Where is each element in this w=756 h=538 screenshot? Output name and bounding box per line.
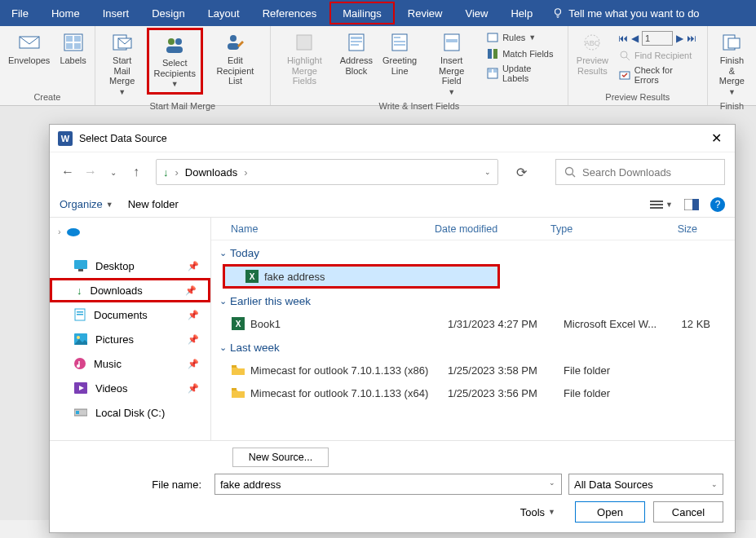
rules-button[interactable]: Rules ▼ <box>486 31 559 44</box>
search-input[interactable]: Search Downloads <box>555 159 725 185</box>
svg-rect-18 <box>351 44 359 46</box>
file-size: 12 KB <box>661 318 710 330</box>
col-name[interactable]: Name <box>231 223 435 235</box>
sidebar-pictures-label: Pictures <box>95 333 134 346</box>
recent-locations-dropdown[interactable]: ⌄ <box>105 164 122 180</box>
sidebar-music-label: Music <box>94 358 122 370</box>
greeting-line-button[interactable]: Greeting Line <box>378 28 422 79</box>
tab-mailings[interactable]: Mailings <box>329 2 395 24</box>
group-today[interactable]: ⌄Today <box>211 240 735 264</box>
sidebar-item-downloads[interactable]: ↓ Downloads 📌 <box>50 278 210 302</box>
group-writeins-label: Write & Insert Fields <box>274 99 564 114</box>
help-button[interactable]: ? <box>710 197 725 212</box>
svg-rect-60 <box>232 365 237 368</box>
organize-dropdown[interactable]: Organize ▼ <box>60 198 113 210</box>
menu-bar: File Home Insert Design Layout Reference… <box>0 0 756 26</box>
update-labels-button[interactable]: Update Labels <box>486 64 559 83</box>
tools-dropdown[interactable]: Tools ▼ <box>520 506 555 518</box>
file-filter-label: All Data Sources <box>574 478 653 491</box>
sidebar-videos-label: Videos <box>95 382 128 395</box>
ribbon-group-start-mail-merge: Start Mail Merge ▼ Select Recipients ▼ E… <box>95 26 271 105</box>
check-for-errors-button[interactable]: Check for Errors <box>618 65 699 85</box>
group-earlier-week[interactable]: ⌄Earlier this week <box>211 289 735 312</box>
match-fields-button[interactable]: Match Fields <box>486 47 559 60</box>
sidebar-item-desktop[interactable]: Desktop 📌 <box>50 254 210 278</box>
envelopes-button[interactable]: Envelopes <box>3 28 55 69</box>
filename-input[interactable] <box>214 474 562 495</box>
tab-review[interactable]: Review <box>396 0 454 26</box>
tab-layout[interactable]: Layout <box>197 0 251 26</box>
svg-point-12 <box>230 35 237 42</box>
col-size[interactable]: Size <box>648 223 697 235</box>
start-mail-merge-button[interactable]: Start Mail Merge ▼ <box>99 28 146 99</box>
breadcrumb-bar[interactable]: ↓ › Downloads › ⌄ <box>156 159 498 185</box>
sidebar-item-pictures[interactable]: Pictures 📌 <box>50 327 210 351</box>
ribbon-group-write-insert: Highlight Merge Fields Address Block Gre… <box>271 26 568 105</box>
first-record-icon[interactable]: ⏮ <box>618 33 628 44</box>
chevron-down-icon[interactable]: ⌄ <box>549 478 555 487</box>
sidebar-item-localdisk[interactable]: Local Disk (C:) <box>50 400 210 425</box>
finish-merge-button[interactable]: Finish & Merge ▼ <box>711 28 753 99</box>
file-book1[interactable]: X Book1 1/31/2023 4:27 PM Microsoft Exce… <box>211 312 735 335</box>
file-mimecast-x64[interactable]: Mimecast for outlook 7.10.1.133 (x64) 1/… <box>211 381 735 404</box>
sidebar-quickaccess[interactable]: › <box>50 221 210 242</box>
select-recipients-label: Select Recipients <box>154 58 196 78</box>
select-recipients-button[interactable]: Select Recipients ▼ <box>147 28 203 95</box>
up-button[interactable]: ↑ <box>128 164 144 180</box>
svg-point-50 <box>77 336 80 339</box>
cancel-button[interactable]: Cancel <box>653 501 723 523</box>
col-type[interactable]: Type <box>550 223 648 235</box>
tab-help[interactable]: Help <box>499 0 544 26</box>
address-block-button[interactable]: Address Block <box>335 28 378 79</box>
tab-references[interactable]: References <box>251 0 328 26</box>
search-placeholder: Search Downloads <box>582 166 671 179</box>
check-errors-label: Check for Errors <box>634 65 699 85</box>
file-fake-address[interactable]: X fake address <box>223 264 500 289</box>
sidebar-item-music[interactable]: Music 📌 <box>50 351 210 376</box>
insert-merge-field-button[interactable]: Insert Merge Field ▼ <box>422 28 481 99</box>
address-block-label: Address Block <box>340 55 373 76</box>
tab-home[interactable]: Home <box>40 0 91 26</box>
start-mail-merge-label: Start Mail Merge <box>104 55 141 86</box>
last-record-icon[interactable]: ⏭ <box>687 33 696 44</box>
group-last-week[interactable]: ⌄Last week <box>211 335 735 359</box>
group-earlier-week-label: Earlier this week <box>230 295 311 307</box>
svg-point-0 <box>555 9 561 15</box>
group-finish-label: Finish <box>711 99 753 114</box>
preview-pane-icon[interactable] <box>684 199 699 210</box>
tell-me-label: Tell me what you want to do <box>568 7 699 20</box>
chevron-down-icon[interactable]: ⌄ <box>484 168 491 176</box>
sidebar-item-videos[interactable]: Videos 📌 <box>50 376 210 400</box>
svg-point-9 <box>168 38 175 45</box>
new-folder-button[interactable]: New folder <box>128 198 179 210</box>
file-name: Book1 <box>250 318 448 330</box>
sidebar-item-documents[interactable]: Documents 📌 <box>50 302 210 327</box>
col-date[interactable]: Date modified <box>435 223 550 235</box>
tab-view[interactable]: View <box>453 0 499 26</box>
tab-file[interactable]: File <box>0 0 40 26</box>
tell-me[interactable]: Tell me what you want to do <box>544 0 707 26</box>
match-fields-label: Match Fields <box>502 49 553 59</box>
svg-rect-13 <box>228 43 239 50</box>
file-filter-dropdown[interactable]: All Data Sources ⌄ <box>568 474 723 495</box>
tab-design[interactable]: Design <box>140 0 196 26</box>
back-button[interactable]: ← <box>60 164 76 180</box>
breadcrumb-downloads[interactable]: Downloads <box>185 166 237 179</box>
file-list-header: Name Date modified Type Size <box>211 218 735 240</box>
refresh-button[interactable]: ⟳ <box>511 165 531 180</box>
svg-point-52 <box>77 364 80 368</box>
new-source-button[interactable]: New Source... <box>232 448 329 467</box>
tools-label: Tools <box>520 506 545 518</box>
tab-insert[interactable]: Insert <box>91 0 141 26</box>
edit-recipient-list-button[interactable]: Edit Recipient List <box>204 28 267 90</box>
download-icon: ↓ <box>77 284 82 297</box>
next-record-icon[interactable]: ▶ <box>676 33 683 44</box>
prev-record-icon[interactable]: ◀ <box>631 33 639 44</box>
open-button[interactable]: Open <box>575 501 645 523</box>
close-button[interactable]: ✕ <box>706 130 727 146</box>
file-mimecast-x86[interactable]: Mimecast for outlook 7.10.1.133 (x86) 1/… <box>211 359 735 381</box>
labels-button[interactable]: Labels <box>55 28 91 69</box>
record-number-input[interactable]: 1 <box>642 31 673 46</box>
view-menu-icon[interactable]: ▼ <box>650 200 673 209</box>
svg-text:X: X <box>236 320 241 329</box>
